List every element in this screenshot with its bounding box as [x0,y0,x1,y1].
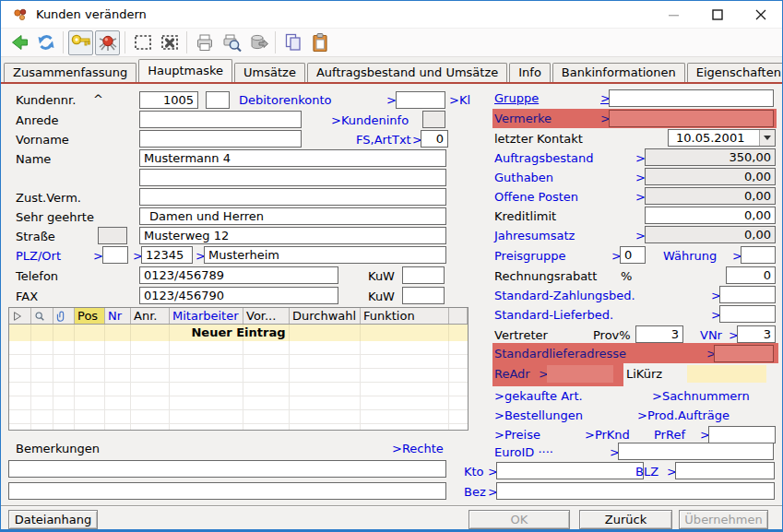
sachnummern-link[interactable]: >Sachnummern [652,389,750,403]
waehrung-link[interactable]: Währung [663,249,717,263]
grid-header-nr[interactable]: Nr [105,308,131,324]
kl-link[interactable]: >Kl [449,93,470,107]
tab-auftragsbestand-und-umsaetze[interactable]: Auftragsbestand und Umsätze [307,63,507,82]
auftragsbestand-link[interactable]: Auftragsbestand [494,151,594,165]
fs-arttxt-field[interactable]: 0 [421,130,448,148]
copy-button[interactable] [280,30,305,55]
euroid-link[interactable]: EuroID ···· [494,445,553,459]
print-button[interactable] [192,30,217,55]
gruppe-field[interactable] [609,89,774,107]
blz-field[interactable] [675,462,775,479]
ort-field[interactable]: Musterheim [204,246,446,264]
jahresumsatz-link[interactable]: Jahresumsatz [494,229,575,242]
kto-field[interactable] [496,462,644,479]
maximize-button[interactable] [695,1,739,29]
plz-field[interactable]: 12345 [141,246,193,264]
select-rect-button[interactable] [130,30,155,55]
kundennr-aux-field[interactable] [206,91,230,109]
kreditlimit-field[interactable]: 0,00 [645,207,776,224]
guthaben-link[interactable]: Guthaben [494,171,553,184]
key-toggle-button[interactable] [68,30,93,55]
grid-header-vorname[interactable]: Vor... [243,308,290,324]
gruppe-link[interactable]: Gruppe [494,91,539,105]
tab-info[interactable]: Info [509,63,551,82]
standardlieferadresse-field[interactable] [714,345,774,362]
tab-zusammenfassung[interactable]: Zusammenfassung [4,63,136,82]
vermerke-field[interactable] [609,110,774,127]
telefon-kuw-field[interactable] [402,266,445,284]
grid-header-anr[interactable]: Anr. [131,308,170,324]
bemerkungen-field-1[interactable] [8,460,446,478]
letzter-kontakt-combobox[interactable]: 10.05.2001 [668,129,776,147]
plz-ort-link[interactable]: PLZ/Ort [16,249,61,263]
name-field[interactable]: Mustermann 4 [139,149,446,167]
name2-field[interactable] [139,169,446,186]
grid-header-attachment[interactable] [53,308,75,324]
prref-field[interactable] [708,426,776,443]
bemerkungen-field-2[interactable] [8,482,446,500]
gekaufte-art-link[interactable]: >gekaufte Art. [494,389,583,403]
letzter-kontakt-dropdown-button[interactable] [759,130,775,146]
fax-kuw-field[interactable] [402,287,445,304]
grid-header-row-marker[interactable] [9,308,31,324]
grid-header-pos[interactable]: Pos [75,308,105,324]
kundennr-field[interactable]: 1005 [139,91,198,109]
offene-posten-link[interactable]: Offene Posten [494,190,578,204]
prref-link[interactable]: PrRef [654,428,685,442]
preise-link[interactable]: >Preise [494,428,540,442]
uebernehmen-button[interactable]: Übernehmen [679,510,768,529]
bestellungen-link[interactable]: >Bestellungen [494,408,583,422]
euroid-field[interactable] [618,443,774,460]
deselect-button[interactable] [157,30,182,55]
tab-umsaetze[interactable]: Umsätze [234,63,305,82]
export-db-button[interactable] [245,30,270,55]
kundeninfo-link[interactable]: >Kundeninfo [331,113,409,127]
readr-link[interactable]: ReAdr [494,367,530,381]
dateianhang-button[interactable]: Dateianhang [8,510,98,529]
telefon-field[interactable]: 0123/456789 [139,266,338,284]
bug-toggle-button[interactable] [95,30,120,55]
standard-lieferbed-field[interactable] [719,305,776,323]
zurueck-button[interactable]: Zurück [579,510,672,529]
waehrung-field[interactable] [741,246,776,264]
likurz-field[interactable] [687,365,766,383]
rechnungsrabatt-field[interactable]: 0 [726,266,776,284]
grid-header-search[interactable] [31,308,53,324]
tab-eigenschaften[interactable]: Eigenschaften [687,63,783,82]
app-icon[interactable] [13,7,28,22]
bez-field[interactable] [496,482,775,500]
debitorenkonto-link[interactable]: Debitorenkonto [239,93,332,107]
standard-zahlungsbed-link[interactable]: Standard-Zahlungsbed. [494,289,635,302]
readr-field[interactable] [547,365,613,383]
bez-link[interactable]: Bez [464,485,486,499]
fs-arttxt-link[interactable]: FS,ArtTxt [356,133,411,147]
vnr-link[interactable]: VNr [700,328,722,342]
kto-link[interactable]: Kto [464,465,484,479]
rechte-link[interactable]: >Rechte [392,442,444,455]
ok-button[interactable]: OK [469,510,570,529]
standardlieferadresse-link[interactable]: Standardlieferadresse [494,347,626,361]
grid-header-mitarbeiter[interactable]: Mitarbeiter [170,308,243,324]
standard-zahlungsbed-field[interactable] [719,286,776,303]
anrede-field[interactable] [139,111,302,128]
prknd-link[interactable]: >PrKnd [585,428,630,442]
refresh-button[interactable] [33,30,58,55]
close-button[interactable] [739,1,782,29]
zust-verm-field[interactable] [139,188,446,206]
paste-button[interactable] [307,30,332,55]
preisgruppe-link[interactable]: Preisgruppe [494,249,565,263]
strasse-field[interactable]: Musterweg 12 [139,227,446,244]
grid-header-durchwahl[interactable]: Durchwahl [290,308,361,324]
back-button[interactable] [6,30,31,55]
prod-auftraege-link[interactable]: >Prod.Aufträge [637,408,730,422]
sehr-geehrte-field[interactable]: Damen und Herren [139,207,446,225]
standard-lieferbed-link[interactable]: Standard-Lieferbed. [494,308,613,322]
tab-hauptmaske[interactable]: Hauptmaske [138,59,232,82]
grid-header-funktion[interactable]: Funktion [361,308,449,324]
vorname-field[interactable] [139,130,302,148]
tab-bankinformationen[interactable]: Bankinformationen [552,63,685,82]
grid-new-entry-row[interactable]: Neuer Eintrag [9,325,468,341]
fax-field[interactable]: 0123/456790 [139,287,338,304]
print-preview-button[interactable] [219,30,243,55]
plz-aux-field[interactable] [102,246,128,264]
